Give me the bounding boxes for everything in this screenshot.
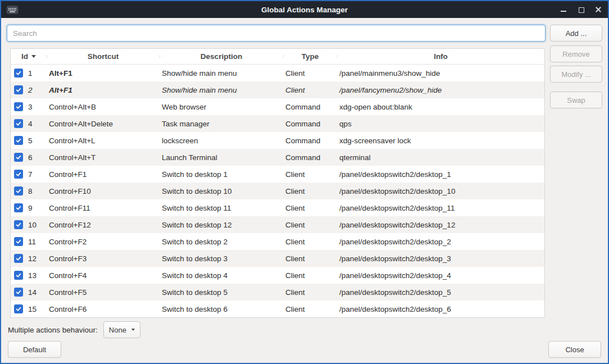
row-id: 2 [28, 86, 33, 94]
checkbox-checked-icon[interactable] [14, 288, 23, 297]
row-shortcut: Control+F1 [47, 170, 160, 179]
checkbox-checked-icon[interactable] [14, 102, 23, 111]
checkbox-checked-icon[interactable] [14, 153, 23, 162]
row-info: qps [337, 120, 544, 128]
table-row[interactable]: 13 Control+F4 Switch to desktop 4 Client… [11, 267, 544, 284]
swap-button[interactable]: Swap [550, 92, 602, 108]
row-description: Switch to desktop 1 [160, 170, 283, 179]
keyboard-icon[interactable] [7, 6, 18, 14]
row-info: /panel/desktopswitch2/desktop_4 [337, 271, 544, 280]
minimize-icon[interactable] [560, 6, 567, 13]
bottom-buttons: Default Close [8, 341, 601, 358]
row-shortcut: Alt+F1 [47, 69, 160, 78]
row-shortcut: Alt+F1 [47, 86, 160, 94]
row-shortcut: Control+Alt+Delete [47, 120, 160, 128]
row-info: /panel/desktopswitch2/desktop_5 [337, 288, 544, 297]
row-shortcut: Control+F3 [47, 254, 160, 263]
table-row[interactable]: 5 Control+Alt+L lockscreen Command xdg-s… [11, 132, 544, 149]
column-header-info[interactable]: Info [337, 52, 544, 61]
global-actions-manager-window: Global Actions Manager Add ... Remove Mo… [0, 0, 609, 364]
row-type: Client [283, 170, 337, 179]
row-id: 6 [28, 153, 33, 162]
row-shortcut: Control+Alt+B [47, 103, 160, 111]
table-header: Id Shortcut Description Type Info [11, 49, 544, 65]
checkbox-checked-icon[interactable] [14, 69, 23, 78]
row-id: 12 [28, 254, 37, 263]
column-header-id[interactable]: Id [11, 52, 47, 61]
remove-button[interactable]: Remove [550, 46, 602, 62]
row-shortcut: Control+F10 [47, 187, 160, 195]
row-info: /panel/desktopswitch2/desktop_3 [337, 254, 544, 263]
row-description: Switch to desktop 11 [160, 204, 283, 212]
row-info: /panel/mainmenu3/show_hide [337, 69, 544, 78]
checkbox-checked-icon[interactable] [14, 220, 23, 229]
actions-table: Id Shortcut Description Type Info 1 Alt+… [10, 48, 545, 318]
table-row[interactable]: 15 Control+F6 Switch to desktop 6 Client… [11, 301, 544, 317]
column-header-description[interactable]: Description [160, 52, 283, 61]
row-description: Switch to desktop 4 [160, 271, 283, 280]
row-description: Switch to desktop 10 [160, 187, 283, 195]
row-shortcut: Control+Alt+L [47, 136, 160, 145]
row-id: 5 [28, 136, 33, 145]
row-shortcut: Control+F6 [47, 305, 160, 313]
checkbox-checked-icon[interactable] [14, 170, 23, 179]
table-row[interactable]: 6 Control+Alt+T Launch Terminal Command … [11, 149, 544, 166]
checkbox-checked-icon[interactable] [14, 203, 23, 212]
checkbox-checked-icon[interactable] [14, 85, 23, 94]
restore-icon[interactable] [577, 6, 585, 13]
close-icon[interactable] [594, 6, 602, 13]
column-header-shortcut[interactable]: Shortcut [47, 52, 160, 61]
row-description: Switch to desktop 2 [160, 238, 283, 246]
behaviour-label: Multiple actions behaviour: [8, 326, 98, 334]
titlebar: Global Actions Manager [1, 1, 608, 18]
row-info: /panel/desktopswitch2/desktop_6 [337, 305, 544, 313]
checkbox-checked-icon[interactable] [14, 271, 23, 280]
search-input[interactable] [7, 25, 546, 42]
row-shortcut: Control+F12 [47, 221, 160, 229]
row-type: Command [283, 136, 337, 145]
row-type: Client [283, 271, 337, 280]
column-header-type[interactable]: Type [283, 52, 337, 61]
row-info: /panel/desktopswitch2/desktop_1 [337, 170, 544, 179]
checkbox-checked-icon[interactable] [14, 304, 23, 313]
table-row[interactable]: 10 Control+F12 Switch to desktop 12 Clie… [11, 216, 544, 233]
checkbox-checked-icon[interactable] [14, 254, 23, 263]
row-type: Command [283, 103, 337, 111]
table-row[interactable]: 1 Alt+F1 Show/hide main menu Client /pan… [11, 65, 544, 81]
checkbox-checked-icon[interactable] [14, 186, 23, 195]
window-title: Global Actions Manager [1, 6, 608, 14]
close-button[interactable]: Close [548, 341, 601, 358]
row-type: Client [283, 69, 337, 78]
behaviour-value: None [109, 326, 126, 334]
row-type: Client [283, 86, 337, 94]
row-shortcut: Control+F5 [47, 288, 160, 297]
row-id: 13 [28, 271, 37, 280]
row-id: 8 [28, 187, 33, 195]
checkbox-checked-icon[interactable] [14, 136, 23, 145]
table-row[interactable]: 2 Alt+F1 Show/hide main menu Client /pan… [11, 81, 544, 98]
table-row[interactable]: 4 Control+Alt+Delete Task manager Comman… [11, 115, 544, 132]
table-row[interactable]: 8 Control+F10 Switch to desktop 10 Clien… [11, 183, 544, 199]
sort-indicator-icon [31, 55, 36, 58]
table-row[interactable]: 9 Control+F11 Switch to desktop 11 Clien… [11, 199, 544, 216]
row-shortcut: Control+F11 [47, 204, 160, 212]
row-id: 10 [28, 221, 37, 229]
row-id: 15 [28, 305, 37, 313]
row-description: Launch Terminal [160, 153, 283, 162]
chevron-down-icon [131, 329, 135, 331]
table-row[interactable]: 12 Control+F3 Switch to desktop 3 Client… [11, 250, 544, 267]
modify-button[interactable]: Modify ... [550, 66, 602, 83]
behaviour-select[interactable]: None [103, 321, 140, 338]
table-row[interactable]: 14 Control+F5 Switch to desktop 5 Client… [11, 284, 544, 301]
table-row[interactable]: 11 Control+F2 Switch to desktop 2 Client… [11, 233, 544, 250]
checkbox-checked-icon[interactable] [14, 119, 23, 128]
table-row[interactable]: 7 Control+F1 Switch to desktop 1 Client … [11, 166, 544, 183]
checkbox-checked-icon[interactable] [14, 237, 23, 246]
table-row[interactable]: 3 Control+Alt+B Web browser Command xdg-… [11, 98, 544, 115]
row-type: Client [283, 305, 337, 313]
add-button[interactable]: Add ... [550, 25, 602, 42]
default-button[interactable]: Default [8, 341, 61, 358]
row-id: 11 [28, 238, 36, 246]
behaviour-row: Multiple actions behaviour: None [8, 321, 140, 338]
row-shortcut: Control+F2 [47, 238, 160, 246]
